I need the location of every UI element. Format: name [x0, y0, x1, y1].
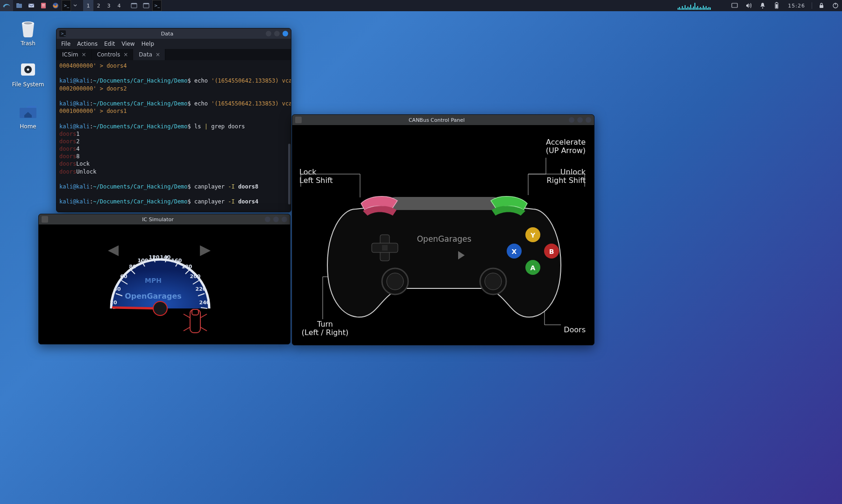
minimize-button[interactable] — [266, 31, 271, 36]
terminal-menubar: File Actions Edit View Help — [57, 39, 291, 49]
tick: 80 — [127, 264, 138, 270]
svg-rect-0 — [16, 4, 22, 8]
svg-rect-42 — [192, 309, 198, 315]
ic-body: ◀ ▶ — [39, 224, 290, 344]
svg-rect-16 — [820, 5, 823, 8]
desktop-icon-label: Home — [9, 123, 47, 130]
svg-rect-1 — [16, 3, 19, 4]
desktop-icon-home[interactable]: Home — [9, 102, 47, 130]
ic-simulator-window: IC Simulator ◀ ▶ — [38, 214, 290, 344]
car-door-indicator-icon — [179, 305, 212, 339]
svg-text:Y: Y — [530, 231, 536, 239]
ic-title: IC Simulator — [51, 217, 265, 223]
close-button[interactable] — [283, 31, 288, 36]
maximize-button[interactable] — [273, 217, 279, 222]
speedometer-unit: MPH — [102, 277, 205, 284]
svg-rect-43 — [295, 117, 302, 123]
menu-file[interactable]: File — [61, 41, 71, 47]
workspace-4[interactable]: 4 — [114, 0, 124, 11]
workspace-1[interactable]: 1 — [83, 0, 93, 11]
terminal-tabs: ICSim× Controls× Data× — [57, 49, 291, 60]
svg-rect-5 — [42, 6, 45, 6]
close-icon[interactable]: × — [82, 51, 86, 58]
cpu-graph — [677, 1, 728, 10]
terminal-icon: >_ — [59, 30, 66, 37]
drive-icon — [18, 60, 38, 79]
tray-lock-icon[interactable] — [815, 0, 828, 11]
taskbar-app-terminal[interactable]: >_ — [62, 0, 71, 11]
minimize-button[interactable] — [569, 117, 574, 123]
svg-text:B: B — [549, 248, 554, 255]
tray-power-icon[interactable] — [829, 0, 842, 11]
terminal-body[interactable]: 0004000000' > doors4 kali@kali:~/Documen… — [57, 60, 291, 212]
svg-rect-11 — [732, 3, 737, 7]
app-icon — [42, 216, 48, 223]
svg-text:>_: >_ — [61, 32, 66, 36]
tick: 120 — [149, 254, 160, 260]
close-icon[interactable]: × — [156, 51, 160, 58]
tick: 200 — [190, 273, 201, 280]
desktop-icon-trash[interactable]: Trash — [9, 19, 47, 47]
home-folder-icon — [18, 102, 38, 121]
tick: 220 — [195, 286, 206, 292]
menu-actions[interactable]: Actions — [77, 41, 98, 47]
tick: 140 — [160, 254, 171, 260]
taskbar-app-mail[interactable] — [25, 0, 37, 11]
svg-rect-10 — [143, 3, 149, 4]
close-icon[interactable]: × — [123, 51, 128, 58]
svg-point-20 — [24, 22, 32, 25]
svg-text:A: A — [531, 264, 536, 272]
scrollbar-thumb[interactable] — [288, 144, 290, 204]
workspace-2[interactable]: 2 — [93, 0, 104, 11]
tick: 60 — [118, 273, 129, 280]
tick: 20 — [108, 300, 119, 306]
svg-point-23 — [27, 69, 29, 71]
tray-volume-icon[interactable] — [742, 0, 755, 11]
svg-point-58 — [485, 273, 502, 290]
tick: 40 — [112, 286, 123, 292]
svg-rect-18 — [835, 3, 835, 5]
taskbar: >_ 1 2 3 4 >_ 15:26 — [0, 0, 842, 11]
menu-view[interactable]: View — [121, 41, 134, 47]
desktop-icon-label: Trash — [9, 40, 47, 47]
menu-edit[interactable]: Edit — [104, 41, 115, 47]
maximize-button[interactable] — [274, 31, 280, 36]
taskbar-dropdown-icon[interactable] — [71, 0, 79, 11]
svg-text:X: X — [512, 248, 517, 255]
canbus-titlebar[interactable]: CANBus Control Panel — [292, 115, 594, 125]
ic-titlebar[interactable]: IC Simulator — [39, 214, 290, 224]
tick: 100 — [137, 258, 149, 264]
trash-icon — [18, 19, 38, 38]
taskbar-app-filemanager[interactable] — [13, 0, 25, 11]
svg-rect-15 — [776, 2, 778, 3]
tray-battery-icon[interactable] — [770, 0, 783, 11]
task-window-3[interactable]: >_ — [152, 0, 162, 11]
svg-point-12 — [762, 7, 763, 8]
workspace-3[interactable]: 3 — [104, 0, 114, 11]
taskbar-app-firefox[interactable] — [50, 0, 62, 11]
tray-screen-icon[interactable] — [728, 0, 741, 11]
app-icon — [295, 117, 302, 123]
tray-notifications-icon[interactable] — [756, 0, 769, 11]
svg-point-56 — [387, 273, 403, 290]
close-button[interactable] — [282, 217, 287, 222]
maximize-button[interactable] — [577, 117, 583, 123]
terminal-titlebar[interactable]: >_ Data — [57, 28, 291, 39]
desktop-icon-filesystem[interactable]: File System — [9, 60, 47, 88]
canbus-body: Accelerate (UP Arrow) Lock Left Shift Un… — [292, 125, 594, 345]
controller-brand: OpenGarages — [417, 234, 472, 244]
minimize-button[interactable] — [265, 217, 270, 222]
svg-rect-14 — [776, 4, 778, 8]
terminal-scrollbar[interactable] — [288, 60, 290, 212]
close-button[interactable] — [586, 117, 591, 123]
tab-icsim[interactable]: ICSim× — [57, 49, 92, 60]
task-window-1[interactable] — [128, 0, 140, 11]
tray-clock[interactable]: 15:26 — [784, 3, 809, 9]
menu-help[interactable]: Help — [142, 41, 154, 47]
tab-data[interactable]: Data× — [133, 49, 165, 60]
taskbar-app-notes[interactable] — [37, 0, 50, 11]
kali-menu-button[interactable] — [0, 0, 13, 11]
tick: 180 — [181, 264, 192, 270]
task-window-2[interactable] — [140, 0, 152, 11]
tab-controls[interactable]: Controls× — [92, 49, 134, 60]
